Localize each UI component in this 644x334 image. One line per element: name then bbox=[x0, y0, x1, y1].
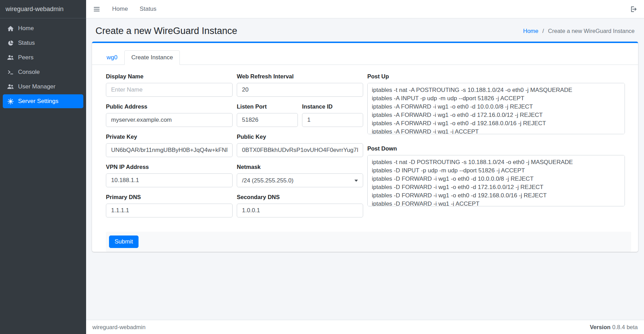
netmask-label: Netmask bbox=[237, 164, 363, 170]
post-up-textarea[interactable] bbox=[367, 83, 625, 134]
sidebar-item-label: Console bbox=[18, 69, 40, 76]
chart-pie-icon bbox=[7, 40, 14, 46]
secondary-dns-label: Secondary DNS bbox=[237, 194, 363, 200]
instance-card: wg0 Create Instance Display Name Public bbox=[92, 42, 638, 252]
home-icon bbox=[7, 25, 14, 32]
footer-version: Version0.8.4 beta bbox=[590, 324, 638, 331]
content-header: Create a new WireGuard Instance Home / C… bbox=[92, 18, 638, 42]
web-refresh-interval-label: Web Refresh Interval bbox=[237, 73, 363, 80]
submit-button[interactable]: Submit bbox=[109, 235, 139, 248]
primary-dns-input[interactable] bbox=[106, 204, 233, 217]
form-column-right: Post Up Post Down bbox=[367, 73, 625, 224]
vpn-ip-input[interactable] bbox=[106, 173, 233, 187]
breadcrumb-home-link[interactable]: Home bbox=[523, 28, 538, 34]
sidebar-item-label: User Manager bbox=[18, 83, 56, 90]
nav-link-status[interactable]: Status bbox=[140, 6, 156, 12]
public-key-input[interactable] bbox=[237, 143, 363, 157]
private-key-label: Private Key bbox=[106, 134, 233, 140]
form-column-middle: Web Refresh Interval Listen Port Instanc… bbox=[237, 73, 363, 224]
top-navbar: Home Status bbox=[86, 0, 644, 18]
brand-link[interactable]: wireguard-webadmin bbox=[0, 0, 86, 18]
sidebar-item-home[interactable]: Home bbox=[3, 22, 83, 35]
public-address-input[interactable] bbox=[106, 113, 233, 127]
post-up-label: Post Up bbox=[367, 73, 625, 80]
users-icon bbox=[7, 83, 14, 90]
hamburger-icon[interactable] bbox=[93, 6, 100, 13]
web-refresh-interval-input[interactable] bbox=[237, 83, 363, 97]
users-icon bbox=[7, 54, 14, 61]
sidebar-item-label: Home bbox=[18, 25, 34, 32]
listen-port-input[interactable] bbox=[237, 113, 298, 127]
primary-dns-label: Primary DNS bbox=[106, 194, 233, 200]
display-name-input[interactable] bbox=[106, 83, 233, 97]
instance-id-input[interactable] bbox=[302, 113, 363, 127]
post-down-label: Post Down bbox=[367, 145, 625, 152]
instance-id-label: Instance ID bbox=[302, 103, 363, 110]
sidebar-item-user-manager[interactable]: User Manager bbox=[3, 80, 83, 94]
sidebar-item-console[interactable]: Console bbox=[3, 65, 83, 79]
form-column-left: Display Name Public Address Private Key bbox=[106, 73, 233, 224]
breadcrumb-current: Create a new WireGuard Instance bbox=[548, 28, 635, 34]
app-root: wireguard-webadmin Home Status Peers bbox=[0, 0, 644, 334]
sidebar-item-status[interactable]: Status bbox=[3, 36, 83, 50]
breadcrumb: Home / Create a new WireGuard Instance bbox=[523, 28, 635, 34]
sidebar: wireguard-webadmin Home Status Peers bbox=[0, 0, 86, 334]
public-address-label: Public Address bbox=[106, 103, 233, 110]
private-key-input[interactable] bbox=[106, 143, 233, 157]
sidebar-item-peers[interactable]: Peers bbox=[3, 51, 83, 65]
sidebar-item-label: Server Settings bbox=[18, 98, 58, 105]
footer-version-value: 0.8.4 beta bbox=[612, 324, 638, 330]
page-title: Create a new WireGuard Instance bbox=[95, 26, 237, 36]
terminal-icon bbox=[7, 69, 14, 76]
main-area: Home Status Create a new WireGuard Insta… bbox=[86, 0, 644, 334]
public-key-label: Public Key bbox=[237, 134, 363, 140]
nav-link-home[interactable]: Home bbox=[112, 6, 128, 12]
sidebar-nav: Home Status Peers Console bbox=[0, 18, 86, 112]
netmask-select[interactable]: /24 (255.255.255.0) bbox=[237, 173, 363, 187]
listen-port-label: Listen Port bbox=[237, 103, 298, 110]
sidebar-item-server-settings[interactable]: Server Settings bbox=[3, 94, 83, 108]
display-name-label: Display Name bbox=[106, 73, 233, 80]
instance-form: Display Name Public Address Private Key bbox=[92, 65, 638, 224]
instance-tabs: wg0 Create Instance bbox=[92, 43, 638, 65]
gear-icon bbox=[7, 98, 14, 105]
tab-wg0[interactable]: wg0 bbox=[100, 50, 124, 65]
sign-out-icon[interactable] bbox=[630, 6, 637, 13]
content-area: Create a new WireGuard Instance Home / C… bbox=[86, 18, 644, 320]
form-actions: Submit bbox=[106, 232, 631, 252]
footer-version-label: Version bbox=[590, 324, 611, 330]
post-down-textarea[interactable] bbox=[367, 155, 625, 206]
footer-brand: wireguard-webadmin bbox=[92, 324, 145, 331]
sidebar-item-label: Peers bbox=[18, 54, 33, 61]
secondary-dns-input[interactable] bbox=[237, 204, 363, 217]
tab-create-instance[interactable]: Create Instance bbox=[124, 50, 180, 65]
page-footer: wireguard-webadmin Version0.8.4 beta bbox=[86, 320, 644, 334]
sidebar-item-label: Status bbox=[18, 40, 35, 46]
vpn-ip-label: VPN IP Address bbox=[106, 164, 233, 170]
breadcrumb-separator: / bbox=[542, 28, 544, 34]
